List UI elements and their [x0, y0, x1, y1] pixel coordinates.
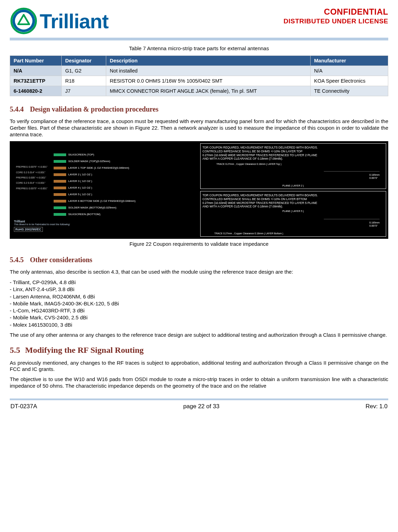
- layer-label: LAYER 2 ( 1/2 OZ ): [68, 173, 92, 176]
- cell-desc: RESISTOR 0.0 OHMS 1/16W 5% 1005/0402 SMT: [106, 76, 311, 86]
- page-footer: DT-0237A page 22 of 33 Rev: 1.0: [10, 400, 388, 410]
- cell-desc: Not installed: [106, 66, 311, 76]
- cell-desig: R18: [62, 76, 106, 86]
- prepreg-label: PREPREG 0.0075" +/-0.001": [16, 186, 47, 191]
- list-item: Molex 1461530100, 3 dBi: [10, 321, 388, 328]
- list-item: Larsen Antenna, RO2406NM, 6 dBi: [10, 293, 388, 300]
- layer-label: LAYER 1 TOP SIDE (1 OZ FINISHED)(0.048mm…: [68, 166, 129, 169]
- figure-22-stackup: PREPREG 0.0075" +/-0.001" CORE 0.2 0.014…: [12, 143, 198, 237]
- cell-mfr: TE Connectivity: [311, 86, 388, 96]
- list-item: Mobile Mark, CVS-2400, 2.5 dBi: [10, 314, 388, 321]
- layer-label: LAYER 3 ( 1/2 OZ ): [68, 180, 92, 183]
- badge-text: This Board is to be Fabricated to meet t…: [14, 223, 70, 226]
- prepreg-label: PREPREG 0.005" +/-0.001": [16, 175, 47, 180]
- tdr-line: AND WITH A COPPER CLEARANCE OF 0.18mm (7…: [203, 205, 384, 208]
- trilliant-logo-icon: [10, 7, 38, 35]
- cell-mfr: KOA Speer Electronics: [311, 76, 388, 86]
- badge-logo: Trilliant: [14, 220, 70, 223]
- col-part-number: Part Number: [10, 56, 62, 66]
- layer-label: LAYER 4 ( 1/2 OZ ): [68, 186, 92, 189]
- section-55-heading: 5.5Modifying the RF Signal Routing: [10, 345, 388, 355]
- tdr-line: AND WITH A COPPER CLEARANCE OF 0.18mm (7…: [203, 157, 384, 161]
- confidential-block: CONFIDENTIAL DISTRIBUTED UNDER LICENSE: [283, 7, 388, 25]
- tdr-line: CONTROLLED IMPEDANCE SHALL BE 50 OHMS +/…: [203, 197, 384, 201]
- section-545-paragraph-2: The use of any other antenna or any chan…: [10, 332, 388, 339]
- cell-pn: RK73Z1ETTP: [10, 76, 62, 86]
- layer-label: SILKSCREEN (TOP): [68, 153, 94, 156]
- plane-label: PLANE ( LAYER 5 ): [203, 210, 384, 213]
- antenna-list: Trilliant, CP-0299A, 4.8 dBi Linx, ANT-2…: [10, 279, 388, 328]
- figure-22: PREPREG 0.0075" +/-0.001" CORE 0.2 0.014…: [10, 141, 388, 239]
- list-item: L-Com, HG2403RD-RTF, 3 dBi: [10, 307, 388, 314]
- section-number: 5.4.4: [10, 105, 24, 113]
- section-544-paragraph: To verify compliance of the reference tr…: [10, 118, 388, 138]
- layer-label: SOLDER MASK (TOP)(0.025mm): [68, 160, 110, 163]
- dim-label: 0.185mm: [369, 174, 380, 177]
- tdr-line: TDR COUPON REQUIRED, MEASUREMENT RESULTS…: [203, 146, 384, 150]
- layer-label: LAYER 6 BOTTOM SIDE (1 OZ FINISHED)(0.04…: [68, 199, 135, 203]
- section-544-heading: 5.4.4Design validation & production proc…: [10, 105, 388, 113]
- figure-22-top-panel: TDR COUPON REQUIRED, MEASUREMENT RESULTS…: [200, 143, 387, 189]
- col-designator: Designator: [62, 56, 106, 66]
- dim-label: 0.0073": [369, 177, 380, 180]
- cell-desig: J7: [62, 86, 106, 96]
- dim-label: 0.185mm: [369, 221, 380, 225]
- section-number: 5.4.5: [10, 256, 24, 264]
- parts-table: Part Number Designator Description Manuf…: [10, 55, 388, 96]
- footer-page-number: page 22 of 33: [183, 403, 219, 410]
- table-row: N/A G1, G2 Not installed N/A: [10, 66, 388, 76]
- table-row: 6-1460820-2 J7 MMCX CONNECTOR RIGHT ANGL…: [10, 86, 388, 96]
- trace-label: TRACE 0.27mm , Copper Clearance 0.18mm (…: [214, 232, 283, 235]
- cell-pn: 6-1460820-2: [10, 86, 62, 96]
- layer-label: SOLDER MASK (BOTTOM)(0.025mm): [68, 206, 116, 209]
- prepreg-label: PREPREG 0.0075" +/-0.001": [16, 164, 47, 169]
- core-label: CORE 0.2 0.014" +/-0.001": [16, 170, 47, 175]
- trace-label: TRACE 0.27mm , Copper Clearance 0.18mm (…: [217, 163, 384, 166]
- col-manufacturer: Manufacturer: [311, 56, 388, 66]
- col-description: Description: [106, 56, 311, 66]
- tdr-line: 0.27mm (10.63mil) WIDE MICROSTRIP TRACES…: [203, 153, 384, 157]
- footer-doc-id: DT-0237A: [10, 403, 37, 410]
- header-divider: [10, 38, 388, 40]
- cell-desig: G1, G2: [62, 66, 106, 76]
- section-title: Other considerations: [30, 256, 92, 264]
- section-title: Modifying the RF Signal Routing: [25, 345, 144, 355]
- list-item: Linx, ANT-2.4-uSP, 3.8 dBi: [10, 286, 388, 293]
- svg-point-0: [11, 9, 36, 33]
- list-item: Mobile Mark, IMAG5-2400-3K-BLK-120, 5 dB…: [10, 300, 388, 307]
- footer-revision: Rev: 1.0: [366, 403, 388, 410]
- logo-block: Trilliant: [10, 7, 108, 35]
- layer-label: SILKSCREEN (BOTTOM): [68, 213, 100, 216]
- section-number: 5.5: [10, 345, 20, 355]
- dim-label: 0.0073": [369, 225, 380, 228]
- table-caption: Table 7 Antenna micro-strip trace parts …: [10, 45, 388, 51]
- section-545-paragraph: The only antennas, also describe is sect…: [10, 269, 388, 275]
- section-55-paragraph-2: The objective is to use the W10 and W16 …: [10, 376, 388, 389]
- cell-pn: N/A: [10, 66, 62, 76]
- page-header: Trilliant CONFIDENTIAL DISTRIBUTED UNDER…: [10, 7, 388, 35]
- list-item: Trilliant, CP-0299A, 4.8 dBi: [10, 279, 388, 286]
- tdr-line: 0.27mm (10.63mil) WIDE MICROSTRIP TRACES…: [203, 201, 384, 205]
- rohs-badge: RoHS 2002/95/EC: [14, 227, 43, 232]
- section-55-paragraph-1: As previously mentioned, any changes to …: [10, 360, 388, 373]
- tdr-line: TDR COUPON REQUIRED, MEASUREMENT RESULTS…: [203, 193, 384, 197]
- section-545-heading: 5.4.5Other considerations: [10, 256, 388, 264]
- section-title: Design validation & production procedure…: [30, 105, 158, 113]
- confidential-label: CONFIDENTIAL: [283, 7, 388, 17]
- figure-22-bottom-panel: TDR COUPON REQUIRED, MEASUREMENT RESULTS…: [200, 191, 387, 237]
- cell-desc: MMCX CONNECTOR RIGHT ANGLE JACK (female)…: [106, 86, 311, 96]
- figure-22-caption: Figure 22 Coupon requirements to validat…: [10, 241, 388, 247]
- core-label: CORE 0.2 0.014" +/-0.001": [16, 180, 47, 185]
- layer-label: LAYER 5 ( 1/2 OZ ): [68, 193, 92, 196]
- table-row: RK73Z1ETTP R18 RESISTOR 0.0 OHMS 1/16W 5…: [10, 76, 388, 86]
- cell-mfr: N/A: [311, 66, 388, 76]
- tdr-line: CONTROLLED IMPEDANCE SHALL BE 50 OHMS +/…: [203, 150, 384, 153]
- distributed-label: DISTRIBUTED UNDER LICENSE: [283, 17, 388, 25]
- plane-label: PLANE ( LAYER 2 ): [282, 184, 304, 188]
- logo-text: Trilliant: [40, 9, 108, 33]
